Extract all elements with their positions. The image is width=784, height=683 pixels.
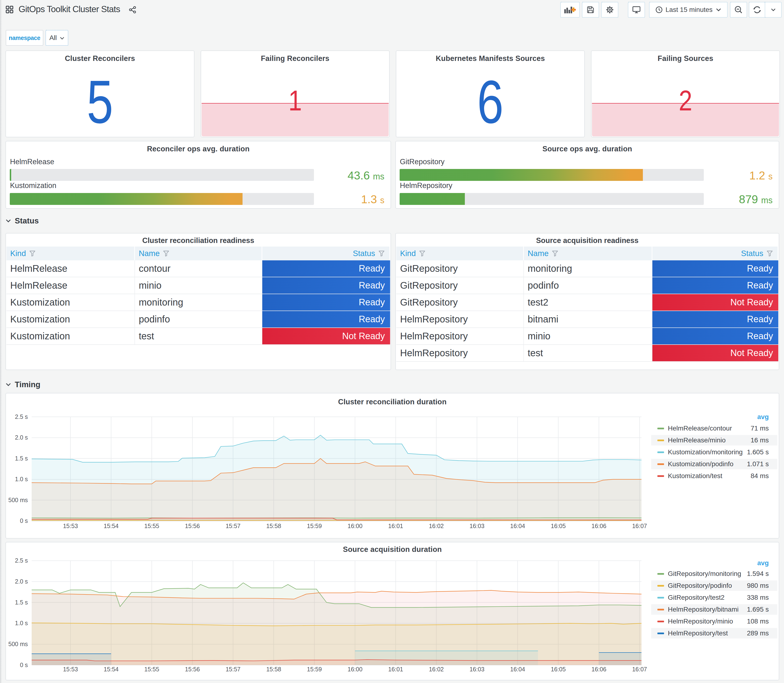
svg-text:15:59: 15:59 — [307, 666, 322, 673]
svg-text:16:03: 16:03 — [470, 523, 484, 529]
svg-text:16:00: 16:00 — [348, 666, 362, 673]
svg-text:2.5 s: 2.5 s — [15, 414, 28, 420]
svg-text:15:53: 15:53 — [63, 666, 78, 673]
svg-text:16:00: 16:00 — [348, 523, 362, 529]
svg-text:15:54: 15:54 — [104, 523, 119, 529]
svg-text:1.0 s: 1.0 s — [15, 476, 28, 483]
svg-text:16:04: 16:04 — [510, 666, 525, 673]
svg-text:15:58: 15:58 — [266, 523, 281, 529]
svg-text:15:57: 15:57 — [226, 523, 240, 529]
svg-text:15:59: 15:59 — [307, 523, 322, 529]
svg-text:16:03: 16:03 — [470, 666, 484, 673]
svg-text:15:55: 15:55 — [144, 666, 159, 673]
svg-text:1.0 s: 1.0 s — [15, 620, 28, 626]
svg-text:1.5 s: 1.5 s — [15, 455, 28, 462]
svg-text:16:02: 16:02 — [429, 666, 444, 673]
svg-text:2.0 s: 2.0 s — [15, 578, 28, 585]
svg-text:16:07: 16:07 — [632, 523, 647, 529]
svg-text:16:01: 16:01 — [388, 666, 403, 673]
svg-text:2.5 s: 2.5 s — [15, 557, 28, 564]
svg-text:2.0 s: 2.0 s — [15, 434, 28, 441]
svg-text:15:56: 15:56 — [185, 666, 200, 673]
svg-text:16:04: 16:04 — [510, 523, 525, 529]
svg-text:16:05: 16:05 — [551, 523, 566, 529]
svg-text:16:02: 16:02 — [429, 523, 444, 529]
svg-text:15:53: 15:53 — [63, 523, 78, 529]
svg-text:0 s: 0 s — [20, 517, 28, 524]
svg-text:0 s: 0 s — [20, 662, 28, 668]
svg-text:16:05: 16:05 — [551, 666, 566, 673]
svg-text:15:56: 15:56 — [185, 523, 200, 529]
svg-text:500 ms: 500 ms — [8, 641, 28, 647]
svg-text:15:57: 15:57 — [226, 666, 240, 673]
svg-text:500 ms: 500 ms — [8, 497, 28, 503]
svg-text:15:54: 15:54 — [104, 666, 119, 673]
svg-text:15:58: 15:58 — [266, 666, 281, 673]
svg-text:1.5 s: 1.5 s — [15, 599, 28, 606]
svg-text:16:06: 16:06 — [592, 666, 606, 673]
svg-text:15:55: 15:55 — [144, 523, 159, 529]
svg-text:16:01: 16:01 — [388, 523, 403, 529]
svg-text:16:07: 16:07 — [632, 666, 647, 673]
svg-text:16:06: 16:06 — [592, 523, 606, 529]
